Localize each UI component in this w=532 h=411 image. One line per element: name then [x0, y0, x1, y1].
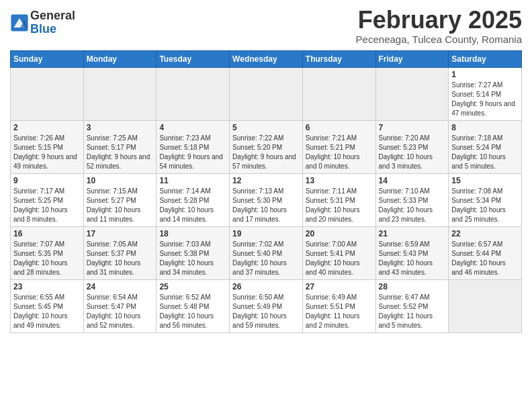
calendar-cell: 21Sunrise: 6:59 AMSunset: 5:43 PMDayligh…: [375, 226, 449, 279]
calendar-table: SundayMondayTuesdayWednesdayThursdayFrid…: [10, 50, 522, 333]
weekday-header-monday: Monday: [83, 50, 157, 67]
logo-blue: Blue: [30, 23, 75, 36]
day-info: Sunrise: 7:27 AMSunset: 5:14 PMDaylight:…: [451, 81, 519, 118]
day-info: Sunrise: 6:49 AMSunset: 5:51 PMDaylight:…: [306, 293, 373, 330]
weekday-header-tuesday: Tuesday: [157, 50, 230, 67]
day-number: 28: [379, 282, 446, 291]
day-info: Sunrise: 7:15 AMSunset: 5:27 PMDaylight:…: [87, 187, 154, 224]
calendar-header-row: SundayMondayTuesdayWednesdayThursdayFrid…: [11, 50, 522, 67]
logo-text: General Blue: [30, 9, 75, 36]
day-number: 19: [232, 229, 300, 238]
weekday-header-sunday: Sunday: [11, 50, 84, 67]
day-info: Sunrise: 7:21 AMSunset: 5:21 PMDaylight:…: [306, 134, 373, 171]
day-number: 8: [451, 123, 519, 132]
calendar-cell: 5Sunrise: 7:22 AMSunset: 5:20 PMDaylight…: [230, 120, 303, 173]
day-info: Sunrise: 7:02 AMSunset: 5:40 PMDaylight:…: [232, 240, 300, 277]
day-info: Sunrise: 7:26 AMSunset: 5:15 PMDaylight:…: [13, 134, 81, 171]
weekday-header-wednesday: Wednesday: [230, 50, 303, 67]
day-number: 11: [159, 176, 226, 185]
calendar-cell: 4Sunrise: 7:23 AMSunset: 5:18 PMDaylight…: [157, 120, 230, 173]
calendar-cell: [83, 67, 157, 120]
day-info: Sunrise: 7:07 AMSunset: 5:35 PMDaylight:…: [13, 240, 81, 277]
calendar-cell: 14Sunrise: 7:10 AMSunset: 5:33 PMDayligh…: [375, 173, 449, 226]
day-number: 4: [159, 123, 226, 132]
day-info: Sunrise: 6:50 AMSunset: 5:49 PMDaylight:…: [232, 293, 300, 330]
page-header: General Blue February 2025 Peceneaga, Tu…: [10, 7, 522, 45]
calendar-cell: 16Sunrise: 7:07 AMSunset: 5:35 PMDayligh…: [11, 226, 84, 279]
calendar-cell: [157, 67, 230, 120]
calendar-cell: 25Sunrise: 6:52 AMSunset: 5:48 PMDayligh…: [157, 279, 230, 332]
day-info: Sunrise: 7:00 AMSunset: 5:41 PMDaylight:…: [306, 240, 373, 277]
calendar-week-2: 2Sunrise: 7:26 AMSunset: 5:15 PMDaylight…: [11, 120, 522, 173]
calendar-cell: 8Sunrise: 7:18 AMSunset: 5:24 PMDaylight…: [449, 120, 522, 173]
calendar-cell: [302, 67, 375, 120]
day-number: 21: [379, 229, 446, 238]
day-number: 18: [159, 229, 226, 238]
day-info: Sunrise: 7:10 AMSunset: 5:33 PMDaylight:…: [379, 187, 446, 224]
calendar-cell: [11, 67, 84, 120]
day-number: 22: [451, 229, 519, 238]
day-number: 7: [379, 123, 446, 132]
calendar-cell: 11Sunrise: 7:14 AMSunset: 5:28 PMDayligh…: [157, 173, 230, 226]
day-info: Sunrise: 6:59 AMSunset: 5:43 PMDaylight:…: [379, 240, 446, 277]
calendar-cell: 10Sunrise: 7:15 AMSunset: 5:27 PMDayligh…: [83, 173, 157, 226]
calendar-week-3: 9Sunrise: 7:17 AMSunset: 5:25 PMDaylight…: [11, 173, 522, 226]
day-info: Sunrise: 7:25 AMSunset: 5:17 PMDaylight:…: [87, 134, 154, 171]
logo-general: General: [30, 9, 75, 23]
calendar-cell: 26Sunrise: 6:50 AMSunset: 5:49 PMDayligh…: [230, 279, 303, 332]
weekday-header-saturday: Saturday: [449, 50, 522, 67]
calendar-cell: 27Sunrise: 6:49 AMSunset: 5:51 PMDayligh…: [302, 279, 375, 332]
day-number: 17: [87, 229, 154, 238]
day-number: 16: [13, 229, 81, 238]
day-info: Sunrise: 6:55 AMSunset: 5:45 PMDaylight:…: [13, 293, 81, 330]
day-number: 25: [159, 282, 226, 291]
day-number: 14: [379, 176, 446, 185]
day-info: Sunrise: 7:08 AMSunset: 5:34 PMDaylight:…: [451, 187, 519, 224]
day-info: Sunrise: 6:57 AMSunset: 5:44 PMDaylight:…: [451, 240, 519, 277]
calendar-week-4: 16Sunrise: 7:07 AMSunset: 5:35 PMDayligh…: [11, 226, 522, 279]
calendar-cell: 19Sunrise: 7:02 AMSunset: 5:40 PMDayligh…: [230, 226, 303, 279]
calendar-cell: 3Sunrise: 7:25 AMSunset: 5:17 PMDaylight…: [83, 120, 157, 173]
calendar-cell: [230, 67, 303, 120]
weekday-header-friday: Friday: [375, 50, 449, 67]
calendar-cell: 28Sunrise: 6:47 AMSunset: 5:52 PMDayligh…: [375, 279, 449, 332]
day-number: 24: [87, 282, 154, 291]
logo-icon: [10, 13, 29, 32]
day-info: Sunrise: 7:13 AMSunset: 5:30 PMDaylight:…: [232, 187, 300, 224]
day-number: 26: [232, 282, 300, 291]
day-info: Sunrise: 7:22 AMSunset: 5:20 PMDaylight:…: [232, 134, 300, 171]
day-number: 27: [306, 282, 373, 291]
day-number: 9: [13, 176, 81, 185]
calendar-cell: 20Sunrise: 7:00 AMSunset: 5:41 PMDayligh…: [302, 226, 375, 279]
day-info: Sunrise: 6:54 AMSunset: 5:47 PMDaylight:…: [87, 293, 154, 330]
day-number: 13: [306, 176, 373, 185]
calendar-cell: [449, 279, 522, 332]
day-number: 20: [306, 229, 373, 238]
calendar-cell: 15Sunrise: 7:08 AMSunset: 5:34 PMDayligh…: [449, 173, 522, 226]
day-info: Sunrise: 7:18 AMSunset: 5:24 PMDaylight:…: [451, 134, 519, 171]
calendar-cell: 9Sunrise: 7:17 AMSunset: 5:25 PMDaylight…: [11, 173, 84, 226]
day-number: 3: [87, 123, 154, 132]
calendar-cell: 13Sunrise: 7:11 AMSunset: 5:31 PMDayligh…: [302, 173, 375, 226]
location-title: Peceneaga, Tulcea County, Romania: [356, 34, 522, 45]
weekday-header-thursday: Thursday: [302, 50, 375, 67]
day-number: 15: [451, 176, 519, 185]
day-info: Sunrise: 6:52 AMSunset: 5:48 PMDaylight:…: [159, 293, 226, 330]
day-info: Sunrise: 7:05 AMSunset: 5:37 PMDaylight:…: [87, 240, 154, 277]
day-number: 6: [306, 123, 373, 132]
calendar-cell: 23Sunrise: 6:55 AMSunset: 5:45 PMDayligh…: [11, 279, 84, 332]
calendar-cell: 17Sunrise: 7:05 AMSunset: 5:37 PMDayligh…: [83, 226, 157, 279]
calendar-cell: 18Sunrise: 7:03 AMSunset: 5:38 PMDayligh…: [157, 226, 230, 279]
day-number: 2: [13, 123, 81, 132]
calendar-week-1: 1Sunrise: 7:27 AMSunset: 5:14 PMDaylight…: [11, 67, 522, 120]
day-number: 5: [232, 123, 300, 132]
day-info: Sunrise: 7:20 AMSunset: 5:23 PMDaylight:…: [379, 134, 446, 171]
calendar-cell: [375, 67, 449, 120]
day-info: Sunrise: 7:17 AMSunset: 5:25 PMDaylight:…: [13, 187, 81, 224]
calendar-week-5: 23Sunrise: 6:55 AMSunset: 5:45 PMDayligh…: [11, 279, 522, 332]
calendar-cell: 6Sunrise: 7:21 AMSunset: 5:21 PMDaylight…: [302, 120, 375, 173]
calendar-cell: 24Sunrise: 6:54 AMSunset: 5:47 PMDayligh…: [83, 279, 157, 332]
calendar-cell: 2Sunrise: 7:26 AMSunset: 5:15 PMDaylight…: [11, 120, 84, 173]
day-info: Sunrise: 7:23 AMSunset: 5:18 PMDaylight:…: [159, 134, 226, 171]
title-block: February 2025 Peceneaga, Tulcea County, …: [356, 7, 522, 45]
